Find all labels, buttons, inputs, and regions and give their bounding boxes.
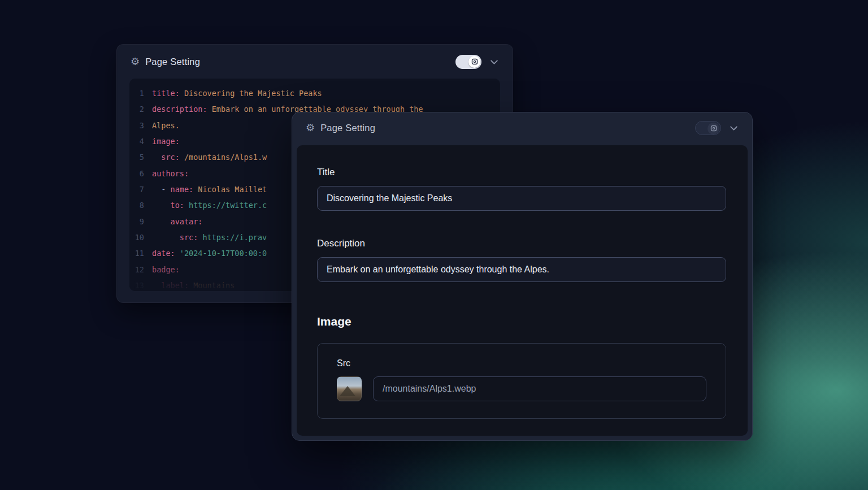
- line-number: 9: [129, 214, 152, 229]
- src-label: Src: [337, 358, 706, 368]
- code-view-toggle[interactable]: [695, 121, 721, 135]
- code-line: 1title: Discovering the Majestic Peaks: [129, 85, 500, 101]
- title-input[interactable]: [317, 186, 726, 211]
- line-number: 8: [129, 197, 152, 213]
- description-field-group: Description: [317, 238, 727, 282]
- description-label: Description: [317, 238, 727, 249]
- src-input[interactable]: [373, 376, 706, 401]
- image-thumbnail: [337, 376, 362, 401]
- page-setting-form: Title Description Image Src: [297, 145, 748, 436]
- line-number: 1: [129, 85, 152, 101]
- back-panel-header: ⚙ Page Setting: [117, 45, 513, 79]
- toggle-icon: [710, 125, 717, 132]
- page-setting-panel-front: ⚙ Page Setting Title Description: [292, 112, 753, 441]
- line-number: 4: [129, 133, 152, 149]
- line-number: 5: [129, 149, 152, 165]
- line-number: 3: [129, 118, 152, 133]
- chevron-down-icon[interactable]: [489, 57, 499, 67]
- line-number: 12: [129, 262, 152, 277]
- description-input[interactable]: [317, 257, 726, 282]
- front-panel-header: ⚙ Page Setting: [292, 112, 752, 143]
- title-label: Title: [317, 167, 727, 178]
- title-field-group: Title: [317, 167, 727, 211]
- line-number: 11: [129, 245, 152, 261]
- panel-title: Page Setting: [145, 57, 200, 67]
- line-number: 13: [129, 277, 152, 291]
- chevron-down-icon[interactable]: [729, 123, 739, 133]
- line-number: 6: [129, 166, 152, 181]
- image-section-heading: Image: [317, 315, 727, 328]
- panel-title: Page Setting: [320, 123, 375, 133]
- line-number: 10: [129, 229, 152, 245]
- gear-icon: ⚙: [306, 123, 315, 133]
- line-number: 2: [129, 101, 152, 117]
- image-card: Src: [317, 343, 726, 419]
- code-view-toggle[interactable]: [455, 55, 481, 69]
- gear-icon: ⚙: [131, 57, 140, 67]
- line-number: 7: [129, 181, 152, 197]
- toggle-icon: [471, 58, 478, 65]
